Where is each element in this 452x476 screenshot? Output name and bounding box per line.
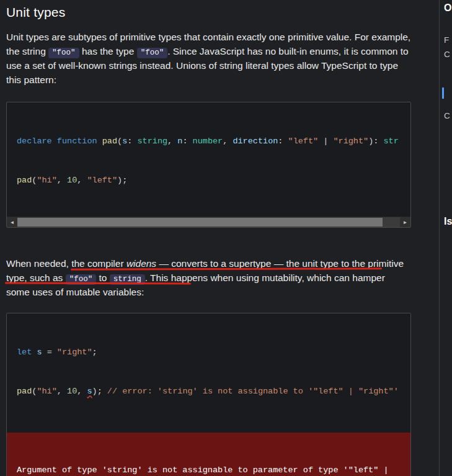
toc-heading-section: Is [444, 216, 452, 227]
scroll-left-icon[interactable]: ◄ [7, 217, 17, 228]
scroll-right-icon[interactable]: ► [400, 217, 410, 228]
error-line: Argument of type 'string' is not assigna… [17, 464, 401, 476]
code-sample-1: declare function pad(s: string, n: numbe… [7, 102, 410, 217]
error-message: Argument of type 'string' is not assigna… [7, 433, 410, 476]
scrollbar-thumb[interactable] [17, 218, 383, 227]
toc-link-1[interactable]: F [444, 35, 449, 45]
paragraph-widening: When needed, the compiler widens — conve… [6, 256, 411, 299]
toc-active-indicator [442, 88, 444, 99]
code-line: pad("hi", 10, s); // error: 'string' is … [17, 385, 410, 398]
article: Unit types Unit types are subtypes of pr… [6, 4, 411, 476]
horizontal-scrollbar[interactable]: ◄ ► [7, 217, 410, 227]
code-block-1: declare function pad(s: string, n: numbe… [6, 102, 411, 228]
toc-link-2[interactable]: C [444, 50, 450, 59]
code-line: declare function pad(s: string, n: numbe… [17, 135, 410, 148]
toc-sidebar: Op F C C Is [439, 0, 452, 476]
toc-link-3[interactable]: C [444, 111, 450, 120]
code-line: pad("hi", 10, "left"); [17, 174, 410, 187]
code-sample-2: let s = "right"; pad("hi", 10, s); // er… [7, 313, 410, 428]
page-title: Unit types [6, 4, 411, 21]
toc-heading-top: Op [444, 2, 452, 14]
code-block-2: let s = "right"; pad("hi", 10, s); // er… [6, 313, 411, 476]
paragraph-intro: Unit types are subtypes of primitive typ… [6, 30, 411, 87]
code-line: let s = "right"; [17, 346, 410, 359]
page-root: { "colors": { "annotation": "#e02418", "… [0, 0, 452, 476]
